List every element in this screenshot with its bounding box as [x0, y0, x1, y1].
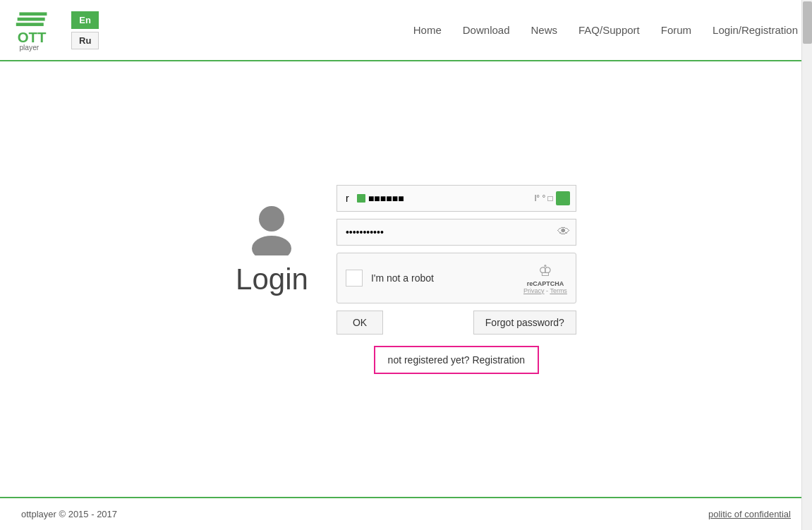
email-icons — [357, 194, 365, 203]
recaptcha-box: I'm not a robot ♔ reCAPTCHA Privacy - Te… — [337, 253, 576, 303]
svg-rect-1 — [18, 18, 45, 21]
email-text[interactable] — [365, 186, 532, 211]
captcha-terms-link[interactable]: Terms — [550, 287, 567, 294]
captcha-label: I'm not a robot — [371, 272, 515, 284]
main-content: Login l° ° □ 👁 — [0, 61, 812, 497]
svg-rect-2 — [16, 23, 44, 26]
svg-point-6 — [259, 206, 284, 231]
main-nav: Home Download News FAQ/Support Forum Log… — [413, 24, 798, 36]
footer: ottplayer © 2015 - 2017 politic of confi… — [0, 497, 812, 530]
captcha-privacy-link[interactable]: Privacy — [523, 287, 545, 294]
login-form: l° ° □ 👁 I'm not a robot ♔ reCAPTCHA Pri — [337, 185, 576, 374]
nav-faq[interactable]: FAQ/Support — [578, 24, 640, 36]
lang-en-button[interactable]: En — [71, 11, 99, 29]
nav-download[interactable]: Download — [463, 24, 510, 36]
login-container: Login l° ° □ 👁 — [236, 185, 576, 374]
password-input[interactable] — [343, 219, 557, 245]
green-dot-2 — [556, 191, 570, 205]
nav-news[interactable]: News — [531, 24, 558, 36]
password-field-row[interactable]: 👁 — [337, 219, 576, 246]
captcha-checkbox[interactable] — [346, 270, 363, 287]
login-left: Login — [236, 185, 308, 296]
nav-forum[interactable]: Forum — [661, 24, 691, 36]
language-selector: En Ru — [71, 11, 99, 49]
logo-icon: OTT player — [14, 7, 60, 53]
logo-area: OTT player En Ru — [14, 7, 99, 53]
svg-text:OTT: OTT — [18, 30, 47, 45]
scrollbar[interactable] — [801, 0, 812, 530]
nav-login[interactable]: Login/Registration — [713, 24, 798, 36]
nav-home[interactable]: Home — [413, 24, 442, 36]
avatar-icon — [243, 199, 300, 255]
svg-rect-0 — [19, 12, 47, 16]
form-buttons-row: OK Forgot password? — [337, 311, 576, 335]
privacy-link[interactable]: politic of confidential — [708, 509, 791, 519]
ok-button[interactable]: OK — [337, 311, 383, 335]
email-field-row[interactable]: l° ° □ — [337, 185, 576, 212]
header: OTT player En Ru Home Download News FAQ/… — [0, 0, 812, 61]
svg-text:player: player — [19, 44, 39, 52]
recaptcha-brand: reCAPTCHA — [527, 280, 564, 287]
forgot-password-button[interactable]: Forgot password? — [473, 311, 576, 335]
register-link[interactable]: not registered yet? Registration — [374, 346, 540, 374]
footer-copyright: ottplayer © 2015 - 2017 — [21, 509, 117, 519]
green-dot-1 — [357, 194, 365, 203]
scrollbar-thumb[interactable] — [803, 1, 812, 44]
email-separator: l° ° □ — [535, 193, 553, 203]
recaptcha-icon: ♔ — [538, 262, 552, 280]
captcha-links: Privacy - Terms — [523, 287, 567, 294]
lang-ru-button[interactable]: Ru — [71, 32, 99, 49]
login-title: Login — [236, 263, 308, 296]
svg-point-7 — [252, 236, 291, 255]
email-icons-right — [556, 191, 570, 205]
eye-icon[interactable]: 👁 — [557, 224, 570, 239]
captcha-logo-area: ♔ reCAPTCHA Privacy - Terms — [523, 262, 567, 294]
email-input[interactable] — [343, 186, 357, 211]
